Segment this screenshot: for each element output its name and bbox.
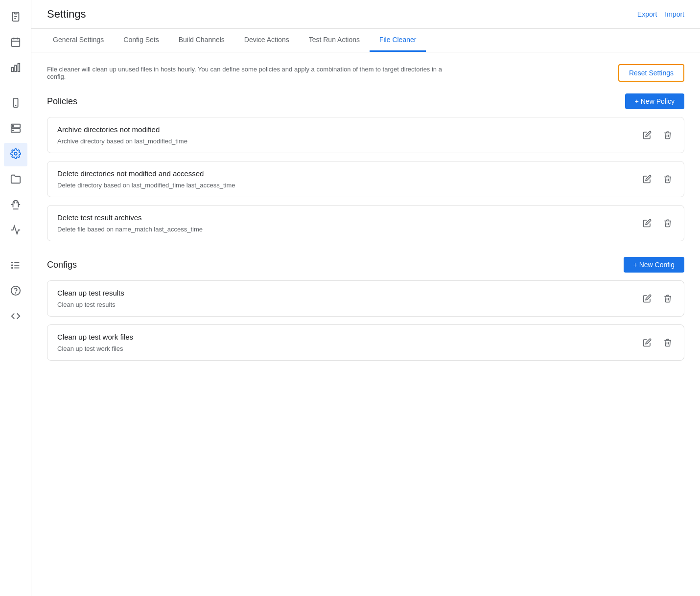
tab-device-actions[interactable]: Device Actions [234,29,299,52]
policy-card-0: Archive directories not modified Archive… [47,117,684,153]
sidebar [0,0,31,596]
policy-card-1: Delete directories not modified and acce… [47,161,684,197]
tab-test-run-actions[interactable]: Test Run Actions [299,29,370,52]
policy-card-actions-2 [641,217,674,229]
sidebar-item-android[interactable] [4,194,27,217]
tab-general-settings[interactable]: General Settings [43,29,114,52]
main-content: Settings Export Import General Settings … [31,0,700,596]
config-card-content-1: Clean up test work files Clean up test w… [57,333,641,352]
android-icon [10,199,21,212]
activity-icon [10,225,21,238]
config-title-1: Clean up test work files [57,333,641,341]
svg-rect-7 [11,68,13,71]
svg-rect-3 [11,38,20,46]
edit-config-1-button[interactable] [641,336,653,349]
policy-card-actions-1 [641,173,674,185]
folder-icon [10,174,21,187]
header: Settings Export Import [31,0,700,29]
policy-title-0: Archive directories not modified [57,125,641,134]
config-card-0: Clean up test results Clean up test resu… [47,280,684,317]
code-icon [10,311,21,324]
sidebar-item-server[interactable] [4,117,27,141]
configs-title: Configs [47,260,77,270]
config-card-1: Clean up test work files Clean up test w… [47,324,684,361]
sidebar-item-activity[interactable] [4,219,27,243]
config-subtitle-0: Clean up test results [57,301,641,308]
policy-card-actions-0 [641,129,674,141]
delete-policy-0-button[interactable] [661,129,674,141]
sidebar-item-folder[interactable] [4,168,27,192]
content-area: File cleaner will clean up unused files … [31,52,700,596]
tabs-bar: General Settings Config Sets Build Chann… [31,29,700,52]
svg-point-24 [11,262,12,263]
header-actions: Export Import [637,10,684,18]
description-text: File cleaner will clean up unused files … [47,66,448,80]
list-icon [10,260,21,273]
description-bar: File cleaner will clean up unused files … [47,64,684,82]
sidebar-item-calendar[interactable] [4,31,27,55]
settings-icon [10,148,21,161]
sidebar-item-clipboard[interactable] [4,6,27,29]
edit-policy-2-button[interactable] [641,217,653,229]
svg-point-16 [14,152,17,155]
svg-point-15 [12,130,13,131]
bar-chart-icon [10,62,21,75]
phone-icon [10,97,21,111]
policy-subtitle-2: Delete file based on name_match last_acc… [57,226,641,233]
calendar-icon [10,37,21,50]
svg-point-26 [11,267,12,268]
policy-title-2: Delete test result archives [57,213,641,222]
svg-rect-9 [18,63,20,71]
reset-settings-button[interactable]: Reset Settings [618,64,684,82]
policy-subtitle-0: Archive directory based on last_modified… [57,138,641,145]
policy-card-content-0: Archive directories not modified Archive… [57,125,641,145]
configs-section-header: Configs + New Config [47,257,684,273]
clipboard-icon [10,11,21,24]
svg-point-19 [14,202,14,203]
policy-subtitle-1: Delete directory based on last_modified_… [57,182,641,189]
config-subtitle-1: Clean up test work files [57,345,641,352]
edit-config-0-button[interactable] [641,292,653,305]
edit-policy-0-button[interactable] [641,129,653,141]
sidebar-item-list[interactable] [4,254,27,278]
export-link[interactable]: Export [637,10,657,18]
new-config-button[interactable]: + New Config [624,257,684,273]
help-icon [10,285,21,298]
tab-config-sets[interactable]: Config Sets [114,29,168,52]
page-title: Settings [47,8,86,21]
policies-section-header: Policies + New Policy [47,93,684,109]
svg-point-25 [11,265,12,266]
svg-point-14 [12,125,13,126]
tab-file-cleaner[interactable]: File Cleaner [370,29,426,52]
policy-title-1: Delete directories not modified and acce… [57,169,641,178]
tab-build-channels[interactable]: Build Channels [169,29,234,52]
svg-rect-8 [15,65,17,71]
svg-point-20 [17,202,17,203]
config-card-content-0: Clean up test results Clean up test resu… [57,289,641,308]
new-policy-button[interactable]: + New Policy [625,93,684,109]
edit-policy-1-button[interactable] [641,173,653,185]
policy-card-content-1: Delete directories not modified and acce… [57,169,641,189]
sidebar-item-barchart[interactable] [4,57,27,80]
config-card-actions-0 [641,292,674,305]
config-card-actions-1 [641,336,674,349]
server-icon [10,123,21,136]
delete-policy-1-button[interactable] [661,173,674,185]
policies-title: Policies [47,96,77,107]
sidebar-item-phone[interactable] [4,92,27,115]
svg-rect-0 [14,12,17,14]
import-link[interactable]: Import [665,10,684,18]
delete-policy-2-button[interactable] [661,217,674,229]
config-title-0: Clean up test results [57,289,641,297]
delete-config-0-button[interactable] [661,292,674,305]
sidebar-item-code[interactable] [4,305,27,329]
sidebar-item-help[interactable] [4,280,27,303]
policy-card-2: Delete test result archives Delete file … [47,205,684,241]
sidebar-item-settings[interactable] [4,143,27,166]
policy-card-content-2: Delete test result archives Delete file … [57,213,641,233]
delete-config-1-button[interactable] [661,336,674,349]
